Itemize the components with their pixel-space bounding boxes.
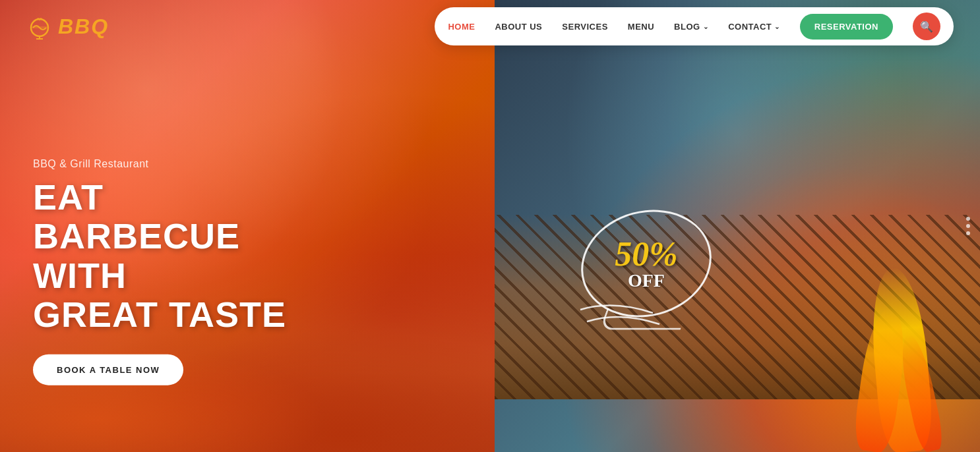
nav-about[interactable]: ABOUT US xyxy=(495,22,542,32)
svg-rect-3 xyxy=(31,26,48,28)
hero-subtitle: BBQ & Grill Restaurant xyxy=(33,158,297,170)
nav-contact[interactable]: CONTACT ⌄ xyxy=(728,22,780,32)
reservation-button[interactable]: RESERVATION xyxy=(800,14,893,40)
hero-title: EAT BARBECUE WITH GREAT TASTE xyxy=(33,178,297,335)
nav-home[interactable]: HOME xyxy=(448,22,475,32)
logo-text: BBQ xyxy=(58,14,109,39)
nav-pill: HOME ABOUT US SERVICES MENU BLOG ⌄ CONTA… xyxy=(435,7,954,45)
fire-effect xyxy=(809,221,940,452)
hero-title-line2: GREAT TASTE xyxy=(33,295,286,334)
nav-menu[interactable]: MENU xyxy=(628,22,654,32)
badge-off: OFF xyxy=(615,271,677,290)
badge-text: 50% OFF xyxy=(615,237,677,290)
dot-3 xyxy=(966,231,970,235)
search-icon: 🔍 xyxy=(920,20,933,33)
hero-right-panel: 50% OFF xyxy=(495,0,980,452)
dot-2 xyxy=(966,224,970,228)
logo[interactable]: BBQ xyxy=(26,13,109,40)
badge-percent: 50% xyxy=(615,237,677,271)
navbar: BBQ HOME ABOUT US SERVICES MENU BLOG ⌄ C… xyxy=(0,0,980,53)
swoosh-svg xyxy=(574,297,673,336)
dots-menu[interactable] xyxy=(966,217,970,235)
contact-chevron-icon: ⌄ xyxy=(774,23,780,30)
nav-services[interactable]: SERVICES xyxy=(562,22,608,32)
hero-title-line1: EAT BARBECUE WITH xyxy=(33,177,240,295)
book-table-button[interactable]: BOOK A TABLE NOW xyxy=(33,354,183,385)
search-button[interactable]: 🔍 xyxy=(913,13,940,40)
bbq-grill-icon xyxy=(26,13,53,40)
blog-chevron-icon: ⌄ xyxy=(703,23,709,30)
hero-section: 50% OFF xyxy=(0,0,980,452)
hero-content: BBQ & Grill Restaurant EAT BARBECUE WITH… xyxy=(33,158,297,385)
dot-1 xyxy=(966,217,970,221)
discount-badge: 50% OFF xyxy=(580,211,712,316)
nav-blog[interactable]: BLOG ⌄ xyxy=(674,22,708,32)
